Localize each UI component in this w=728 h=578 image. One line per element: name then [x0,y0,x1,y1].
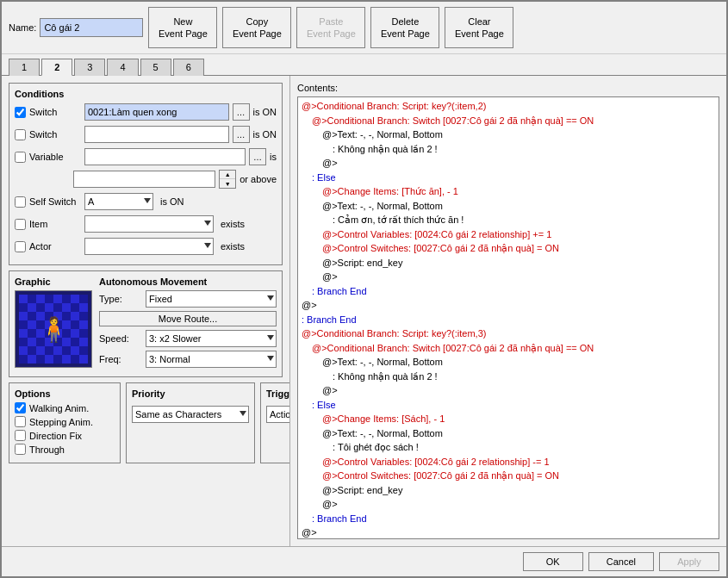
switch1-browse-button[interactable]: … [233,103,250,121]
tab-4[interactable]: 4 [107,59,138,76]
copy-event-page-button[interactable]: Copy Event Page [222,7,291,48]
delete-event-page-button[interactable]: Delete Event Page [370,7,439,48]
list-item[interactable]: @>Control Variables: [0024:Cô gái 2 rela… [300,455,717,469]
right-panel: Contents: @>Conditional Branch: Script: … [290,76,726,546]
content-area: Conditions Switch … is ON Switch … is ON [2,75,726,546]
ok-button[interactable]: OK [523,552,583,571]
graphic-box[interactable]: 🧍 [15,290,92,368]
list-item[interactable]: @>Conditional Branch: Script: key?(:item… [300,326,717,341]
list-item[interactable]: @>Text: -, -, Normal, Bottom [300,355,717,370]
list-item[interactable]: @>Control Switches: [0027:Cô gái 2 đã nh… [300,241,717,256]
spinner-down[interactable]: ▼ [220,179,235,188]
list-item[interactable]: @> [300,156,717,171]
list-item[interactable]: @>Text: -, -, Normal, Bottom [300,199,717,214]
list-item[interactable]: @> [300,525,717,539]
trigger-dropdown[interactable]: Action Button Player Touch Event Touch A… [266,406,290,423]
graphic-inner: 🧍 [19,295,88,364]
direction-fix-checkbox[interactable] [15,430,26,441]
list-item[interactable]: @> [300,497,717,512]
graphic-group: Graphic 🧍 [15,277,92,371]
tab-1[interactable]: 1 [9,59,40,76]
actor-checkbox[interactable] [15,241,26,252]
toolbar: Name: New Event Page Copy Event Page Pas… [2,2,726,54]
list-item[interactable]: @> [300,383,717,398]
cancel-button[interactable]: Cancel [588,552,654,571]
list-item[interactable]: : Branch End [300,313,717,327]
variable-status: is [270,152,277,162]
list-item[interactable]: : Không nhận quà lần 2 ! [300,370,717,384]
list-item[interactable]: : Branch End [300,284,717,299]
through-row: Through [15,444,115,455]
list-item[interactable]: @>Control Switches: [0027:Cô gái 2 đã nh… [300,469,717,483]
move-route-button[interactable]: Move Route... [99,311,277,326]
list-item[interactable]: @>Text: -, -, Normal, Bottom [300,127,717,142]
list-item[interactable]: : Không nhận quà lần 2 ! [300,142,717,157]
tab-6[interactable]: 6 [173,59,204,76]
tab-3[interactable]: 3 [74,59,105,76]
apply-button[interactable]: Apply [659,552,719,571]
graphic-movement-container: Graphic 🧍 Autonomous Movement Type: [15,277,277,371]
walking-anim-checkbox[interactable] [15,402,26,413]
list-item[interactable]: @> [300,270,717,284]
switch1-checkbox[interactable] [15,107,26,118]
tab-5[interactable]: 5 [140,59,171,76]
switch2-input[interactable] [84,126,229,143]
am-speed-dropdown[interactable]: 1: x8 Slower2: x4 Slower3: x2 Slower4: N… [146,330,277,347]
trigger-section: Trigger Action Button Player Touch Event… [260,382,290,463]
list-item[interactable]: @>Script: end_key [300,256,717,270]
self-switch-checkbox[interactable] [15,196,26,208]
list-item[interactable]: @>Script: end_key [300,483,717,498]
list-item[interactable]: @>Conditional Branch: Switch [0027:Cô gá… [300,114,717,128]
list-item[interactable]: @>Control Variables: [0024:Cô gái 2 rela… [300,227,717,242]
variable-checkbox[interactable] [15,152,26,163]
list-item[interactable]: : Cảm ơn, tớ rất thích thức ăn ! [300,213,717,227]
switch2-browse-button[interactable]: … [233,126,250,143]
paste-event-page-button[interactable]: Paste Event Page [296,7,365,48]
list-item[interactable]: @>Text: -, -, Normal, Bottom [300,426,717,441]
stepping-anim-label: Stepping Anim. [29,417,93,427]
trigger-title: Trigger [266,388,290,399]
list-item[interactable]: : Branch End [300,512,717,526]
variable-value-input[interactable] [73,171,215,188]
actor-dropdown[interactable] [84,238,214,255]
new-event-page-button[interactable]: New Event Page [148,7,217,48]
variable-spinner[interactable]: ▲ ▼ [219,170,236,189]
item-dropdown[interactable] [84,215,214,233]
priority-section: Priority Below Characters Same as Charac… [126,382,255,463]
name-section: Name: [9,18,143,37]
list-item[interactable]: : Else [300,398,717,413]
tab-2[interactable]: 2 [41,59,72,76]
character-sprite: 🧍 [39,315,69,344]
condition-selfswitch-row: Self Switch ABCD is ON [15,192,277,211]
item-status: exists [221,219,245,229]
switch2-label: Switch [29,129,81,140]
self-switch-dropdown[interactable]: ABCD [84,193,153,210]
switch2-checkbox[interactable] [15,129,26,140]
variable-browse-button[interactable]: … [249,148,266,165]
variable-input[interactable] [84,148,246,165]
through-checkbox[interactable] [15,444,26,455]
name-input[interactable] [40,18,143,37]
item-checkbox[interactable] [15,219,26,230]
list-item[interactable]: : Else [300,171,717,185]
am-type-dropdown[interactable]: FixedRandomApproachCustom [146,290,277,308]
clear-event-page-button[interactable]: Clear Event Page [445,7,513,48]
list-item[interactable]: @>Change Items: [Thức ăn], - 1 [300,184,717,199]
list-item[interactable]: @>Change Items: [Sách], - 1 [300,412,717,426]
list-item[interactable]: @> [300,298,717,313]
spinner-up[interactable]: ▲ [220,171,235,179]
switch1-input[interactable] [84,103,229,121]
walking-anim-row: Walking Anim. [15,402,115,413]
list-item[interactable]: : Tôi ghét đọc sách ! [300,440,717,455]
am-freq-label: Freq: [99,354,142,364]
stepping-anim-checkbox[interactable] [15,416,26,427]
am-freq-dropdown[interactable]: 1: Lowest2: Lower3: Normal4: Higher5: Hi… [146,351,277,368]
direction-fix-label: Direction Fix [29,431,82,441]
condition-item-row: Item exists [15,214,277,233]
list-item[interactable]: @>Conditional Branch: Script: key?(:item… [300,99,717,114]
priority-dropdown[interactable]: Below Characters Same as Characters Abov… [132,406,249,423]
contents-box[interactable]: @>Conditional Branch: Script: key?(:item… [297,96,719,539]
switch1-label: Switch [29,107,81,117]
list-item[interactable]: @>Conditional Branch: Switch [0027:Cô gá… [300,341,717,356]
am-type-row: Type: FixedRandomApproachCustom [99,290,277,308]
